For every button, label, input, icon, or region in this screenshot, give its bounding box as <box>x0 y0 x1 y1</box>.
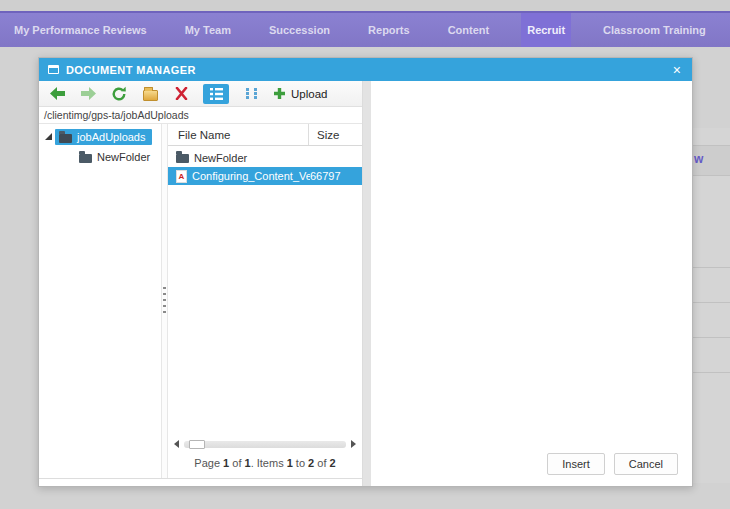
background-table-row <box>690 303 730 338</box>
delete-x-icon <box>175 87 188 100</box>
upload-label: Upload <box>291 88 327 100</box>
scrollbar-track[interactable] <box>184 441 346 448</box>
new-folder-button[interactable] <box>141 85 159 103</box>
background-table: w <box>690 128 730 509</box>
folder-icon <box>79 154 92 163</box>
nav-item-succession[interactable]: Succession <box>263 13 336 47</box>
nav-item-classroom-training[interactable]: Classroom Training <box>597 13 712 47</box>
forward-arrow-icon <box>81 87 96 100</box>
back-button[interactable] <box>48 85 66 103</box>
pdf-icon <box>176 170 187 183</box>
scroll-right-icon[interactable] <box>351 440 356 448</box>
grid-view-button[interactable] <box>242 85 260 103</box>
list-view-icon <box>210 88 223 100</box>
top-strip <box>0 0 730 11</box>
pager-text: Page 1 of 1. Items 1 to 2 of 2 <box>168 454 362 478</box>
window-icon <box>48 65 59 74</box>
forward-button[interactable] <box>79 85 97 103</box>
preview-pane: Insert Cancel <box>371 81 692 486</box>
dialog-titlebar: DOCUMENT MANAGER × <box>39 58 692 81</box>
background-table-row <box>690 373 730 483</box>
scrollbar-thumb[interactable] <box>189 440 205 449</box>
delete-button[interactable] <box>172 85 190 103</box>
refresh-icon <box>111 86 127 102</box>
folder-icon <box>176 154 189 163</box>
folder-icon <box>59 134 72 143</box>
top-nav: My Performance ReviewsMy TeamSuccessionR… <box>0 11 730 47</box>
file-grid-header: File Name Size <box>168 124 362 146</box>
background-table-row: w <box>690 146 730 176</box>
back-arrow-icon <box>50 87 65 100</box>
folder-tree: jobAdUploads NewFolder <box>39 124 161 478</box>
background-table-row <box>690 128 730 146</box>
cancel-button[interactable]: Cancel <box>614 453 678 475</box>
file-name-cell: NewFolder <box>194 152 310 164</box>
nav-item-my-performance-reviews[interactable]: My Performance Reviews <box>8 13 153 47</box>
file-size-cell: 66797 <box>310 170 362 182</box>
tree-expand-icon[interactable] <box>45 133 52 140</box>
refresh-button[interactable] <box>110 85 128 103</box>
tree-node-label: NewFolder <box>97 151 150 163</box>
tree-node-root-selected[interactable]: jobAdUploads <box>55 129 152 145</box>
explorer-toolbar: Upload <box>39 81 362 107</box>
tree-node-root[interactable]: jobAdUploads <box>39 129 161 145</box>
close-icon[interactable]: × <box>671 63 683 77</box>
scroll-left-icon[interactable] <box>174 440 179 448</box>
explorer-left-column: Upload /clientimg/gps-ta/jobAdUploads jo… <box>39 81 363 486</box>
upload-plus-icon <box>273 87 286 100</box>
document-manager-dialog: DOCUMENT MANAGER × <box>38 57 693 487</box>
column-header-file-name[interactable]: File Name <box>168 129 308 141</box>
list-view-button[interactable] <box>203 84 229 104</box>
grid-preview-splitter[interactable] <box>363 81 371 486</box>
file-grid: File Name Size NewFolderConfiguring_Cont… <box>168 124 362 478</box>
nav-item-recruit[interactable]: Recruit <box>521 13 571 47</box>
tree-grid-splitter[interactable] <box>161 124 168 478</box>
file-row[interactable]: Configuring_Content_Vendo66797 <box>168 167 362 185</box>
upload-button[interactable]: Upload <box>273 85 327 103</box>
horizontal-scrollbar[interactable] <box>174 438 356 450</box>
nav-item-my-team[interactable]: My Team <box>179 13 237 47</box>
background-table-row <box>690 176 730 268</box>
splitter-grip-icon <box>163 287 166 315</box>
insert-button[interactable]: Insert <box>547 453 605 475</box>
file-name-cell: Configuring_Content_Vendo <box>192 170 310 182</box>
file-row[interactable]: NewFolder <box>168 149 362 167</box>
new-folder-icon <box>143 90 158 101</box>
file-grid-rows: NewFolderConfiguring_Content_Vendo66797 <box>168 146 362 185</box>
nav-item-content[interactable]: Content <box>442 13 496 47</box>
dialog-title: DOCUMENT MANAGER <box>66 64 196 76</box>
grid-view-icon <box>245 87 258 100</box>
background-table-row <box>690 268 730 303</box>
column-header-size[interactable]: Size <box>308 124 362 145</box>
nav-item-reports[interactable]: Reports <box>362 13 416 47</box>
background-table-row <box>690 338 730 373</box>
partial-view-link: w <box>690 146 730 166</box>
tree-node-label: jobAdUploads <box>77 131 146 143</box>
address-path-field[interactable]: /clientimg/gps-ta/jobAdUploads <box>39 107 362 124</box>
tree-node-newfolder[interactable]: NewFolder <box>79 151 161 163</box>
left-column-footer <box>39 478 362 486</box>
